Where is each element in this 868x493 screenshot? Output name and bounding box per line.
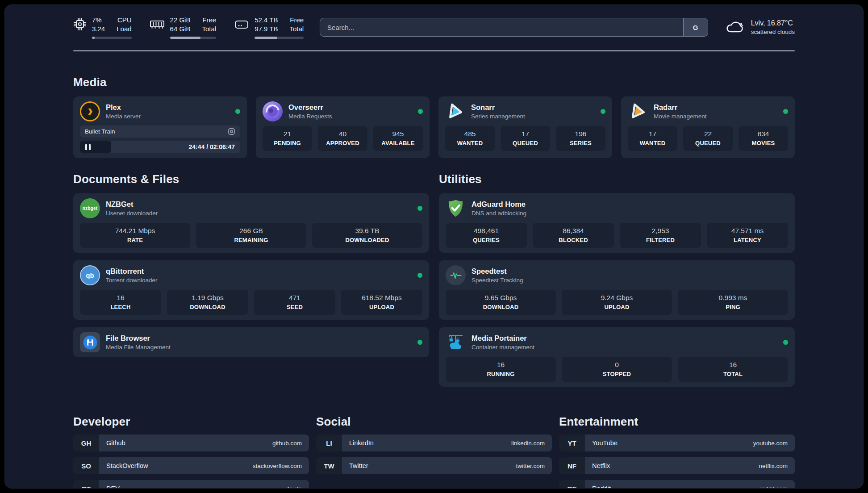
link-item-github[interactable]: GH Github github.com bbox=[73, 435, 309, 451]
stat-value: 9.24 Gbps bbox=[563, 293, 670, 302]
stat-label: RATE bbox=[82, 236, 188, 244]
app-card-filebrowser[interactable]: File Browser Media File Management bbox=[73, 327, 429, 357]
stat-value: 9.65 Gbps bbox=[447, 293, 554, 302]
disk-icon bbox=[234, 17, 249, 31]
stat-value: 47.571 ms bbox=[709, 226, 786, 235]
app-description: Movie management bbox=[654, 113, 707, 120]
link-url: stackoverflow.com bbox=[253, 463, 302, 469]
status-online-dot bbox=[417, 340, 422, 345]
app-name: Overseerr bbox=[288, 103, 332, 112]
stat-tile: 498,461 QUERIES bbox=[446, 223, 527, 248]
app-description: Torrent downloader bbox=[106, 277, 158, 284]
stat-value: 17 bbox=[502, 130, 548, 138]
ram-free-label: Free bbox=[202, 16, 216, 25]
stat-tile: 744.21 Mbps RATE bbox=[80, 223, 190, 248]
stat-label: SERIES bbox=[558, 139, 604, 147]
app-description: Media Requests bbox=[288, 113, 332, 120]
stat-value: 86,384 bbox=[534, 226, 612, 235]
stat-label: REMAINING bbox=[198, 236, 305, 244]
status-online-dot bbox=[417, 273, 422, 278]
stat-value: 16 bbox=[680, 360, 786, 369]
link-item-netflix[interactable]: NF Netflix netflix.com bbox=[559, 457, 795, 474]
link-item-dev[interactable]: DT DEV dev.to bbox=[73, 480, 309, 489]
portainer-icon bbox=[446, 332, 466, 352]
stat-label: WANTED bbox=[630, 139, 676, 147]
pause-icon[interactable] bbox=[85, 144, 91, 150]
app-card-nzbget[interactable]: nzbget NZBGet Usenet downloader 744.21 M… bbox=[73, 193, 429, 253]
app-card-overseerr[interactable]: Overseerr Media Requests 21 PENDING 40 A… bbox=[256, 96, 430, 158]
link-url: github.com bbox=[272, 440, 302, 447]
link-name: Twitter bbox=[349, 462, 368, 469]
app-description: Speedtest Tracking bbox=[472, 277, 523, 284]
app-card-plex[interactable]: Plex Media server Bullet Train 24:44 / 0… bbox=[73, 96, 247, 158]
link-url: netflix.com bbox=[759, 463, 788, 469]
link-abbr: YT bbox=[559, 435, 585, 451]
link-url: reddit.com bbox=[760, 485, 788, 489]
app-card-qbittorrent[interactable]: qb qBittorrent Torrent downloader 16 LEE… bbox=[73, 260, 429, 320]
cpu-percent: 7% bbox=[92, 16, 105, 25]
cast-icon[interactable] bbox=[228, 128, 235, 135]
link-item-twitter[interactable]: TW Twitter twitter.com bbox=[316, 457, 552, 474]
section-title-documents: Documents & Files bbox=[73, 172, 429, 186]
search-input[interactable] bbox=[320, 18, 683, 36]
link-item-linkedin[interactable]: LI LinkedIn linkedin.com bbox=[316, 435, 552, 451]
cloud-icon bbox=[724, 19, 745, 35]
link-abbr: GH bbox=[73, 435, 99, 451]
system-stats: 7% 3.24 CPU Load bbox=[73, 16, 304, 39]
media-grid: Plex Media server Bullet Train 24:44 / 0… bbox=[73, 96, 795, 158]
app-card-portainer[interactable]: Media Portainer Container management 16 … bbox=[439, 327, 795, 387]
link-abbr: LI bbox=[316, 435, 342, 451]
cpu-load-value: 3.24 bbox=[92, 25, 105, 33]
stat-value: 471 bbox=[256, 293, 334, 302]
section-title-social: Social bbox=[316, 415, 552, 429]
stat-value: 834 bbox=[740, 130, 786, 138]
radarr-icon bbox=[628, 101, 648, 121]
app-description: Media File Management bbox=[106, 344, 171, 351]
link-item-youtube[interactable]: YT YouTube youtube.com bbox=[559, 435, 795, 451]
ram-total-label: Total bbox=[202, 25, 216, 33]
cpu-progress-bar bbox=[92, 37, 132, 39]
stat-tile: 2,953 FILTERED bbox=[620, 223, 701, 248]
stat-tile: 40 APPROVED bbox=[318, 126, 367, 151]
app-description: Container management bbox=[472, 344, 534, 351]
stat-value: 39.6 TB bbox=[314, 226, 421, 235]
link-name: DEV bbox=[106, 485, 120, 489]
link-item-reddit[interactable]: RE Reddit reddit.com bbox=[559, 480, 795, 489]
social-links: Social LI LinkedIn linkedin.com TW Twitt… bbox=[316, 415, 552, 489]
stat-tile: 86,384 BLOCKED bbox=[533, 223, 614, 248]
link-name: YouTube bbox=[592, 439, 618, 447]
stat-value: 2,953 bbox=[622, 226, 699, 235]
search-bar: G bbox=[320, 18, 708, 37]
stat-tile: 17 WANTED bbox=[628, 126, 677, 151]
plex-icon bbox=[80, 101, 100, 121]
stat-label: QUEUED bbox=[685, 139, 731, 147]
link-url: twitter.com bbox=[516, 463, 545, 469]
qbittorrent-icon: qb bbox=[80, 265, 100, 285]
link-name: Github bbox=[106, 439, 125, 447]
app-card-speedtest[interactable]: Speedtest Speedtest Tracking 9.65 Gbps D… bbox=[439, 260, 795, 320]
section-title-entertainment: Entertainment bbox=[559, 415, 795, 429]
search-engine-button[interactable]: G bbox=[683, 18, 708, 36]
stat-tile: 22 QUEUED bbox=[683, 126, 733, 151]
stat-tile: 21 PENDING bbox=[263, 126, 312, 151]
now-playing-title-bar: Bullet Train bbox=[80, 125, 240, 138]
stat-label: DOWNLOADED bbox=[314, 236, 421, 244]
weather-widget: Lviv, 16.87°C scattered clouds bbox=[724, 19, 795, 35]
link-name: Reddit bbox=[592, 485, 611, 489]
stat-value: 40 bbox=[320, 130, 366, 138]
now-playing-progress-bar[interactable]: 24:44 / 02:06:47 bbox=[80, 141, 240, 153]
app-name: Media Portainer bbox=[472, 334, 534, 343]
stat-tile: 618.52 Mbps UPLOAD bbox=[341, 290, 422, 315]
status-online-dot bbox=[783, 109, 788, 114]
app-card-adguard[interactable]: AdGuard Home DNS and adblocking 498,461 … bbox=[439, 193, 795, 253]
link-item-stackoverflow[interactable]: SO StackOverflow stackoverflow.com bbox=[73, 457, 309, 474]
status-online-dot bbox=[417, 206, 422, 211]
overseerr-icon bbox=[263, 101, 283, 121]
app-card-radarr[interactable]: Radarr Movie management 17 WANTED 22 QUE… bbox=[621, 96, 795, 158]
app-card-sonarr[interactable]: Sonarr Series management 485 WANTED 17 Q… bbox=[438, 96, 612, 158]
link-name: Netflix bbox=[592, 462, 610, 469]
stat-value: 16 bbox=[82, 293, 159, 302]
app-name: NZBGet bbox=[106, 200, 158, 209]
weather-location-temp: Lviv, 16.87°C bbox=[751, 19, 795, 27]
speedtest-icon bbox=[446, 265, 466, 285]
